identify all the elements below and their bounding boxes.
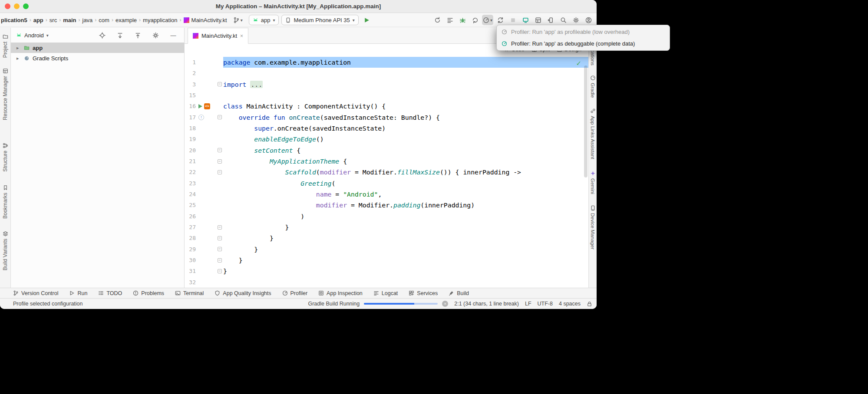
code-line[interactable]: 16<>class MainActivity : ComponentActivi…: [185, 101, 588, 112]
vcs-widget-icon[interactable]: ▾: [230, 15, 246, 25]
code-text[interactable]: }: [223, 266, 588, 276]
breadcrumb-item[interactable]: java: [83, 17, 93, 23]
code-text[interactable]: setContent {: [223, 145, 588, 156]
code-text[interactable]: Scaffold(modifier = Modifier.fillMaxSize…: [223, 167, 588, 177]
fold-icon[interactable]: −: [218, 269, 222, 273]
encoding-indicator[interactable]: UTF-8: [538, 301, 553, 307]
code-text[interactable]: }: [223, 244, 588, 255]
search-everywhere-icon[interactable]: [558, 15, 569, 25]
project-view-select[interactable]: Android: [24, 32, 44, 39]
fold-icon[interactable]: −: [218, 236, 222, 240]
avatar-icon[interactable]: [583, 15, 594, 25]
code-line[interactable]: 26 ): [185, 211, 588, 222]
tool-button-gemini[interactable]: Gemini: [590, 171, 596, 194]
code-text[interactable]: [223, 277, 588, 288]
code-text[interactable]: class MainActivity : ComponentActivity()…: [223, 101, 588, 112]
code-text[interactable]: enableEdgeToEdge(): [223, 134, 588, 144]
breadcrumb-item-file[interactable]: MainActivity.kt: [191, 17, 227, 23]
run-button[interactable]: [361, 15, 373, 25]
compose-gutter-icon[interactable]: <>: [204, 103, 210, 109]
tool-button-problems[interactable]: Problems: [133, 290, 164, 296]
tab-mainactivity[interactable]: MainActivity.kt ×: [188, 28, 248, 44]
expand-arrow-icon[interactable]: ▸: [17, 56, 21, 61]
code-text[interactable]: [223, 90, 588, 101]
menu-item-debuggable[interactable]: Profiler: Run 'app' as debuggable (compl…: [497, 38, 670, 49]
override-gutter-icon[interactable]: ↑: [198, 115, 204, 120]
close-window-button[interactable]: [5, 3, 10, 9]
settings-gear-icon[interactable]: [570, 15, 581, 25]
tool-button-project[interactable]: Project: [2, 34, 8, 58]
editor-scrollbar[interactable]: [584, 66, 587, 177]
fold-icon[interactable]: −: [218, 159, 222, 164]
device-select[interactable]: Medium Phone API 35 ▾: [281, 15, 358, 25]
code-line[interactable]: 29− }: [185, 244, 588, 255]
code-line[interactable]: 28− }: [185, 233, 588, 243]
editor-body[interactable]: ✓ 1package com.example.myapplication23−i…: [185, 44, 588, 288]
layout-inspector-icon[interactable]: [532, 15, 544, 25]
code-text[interactable]: override fun onCreate(savedInstanceState…: [223, 112, 588, 123]
breadcrumb-item[interactable]: myapplication: [143, 17, 178, 23]
code-line[interactable]: 19 enableEdgeToEdge(): [185, 134, 588, 144]
code-line[interactable]: 18 super.onCreate(savedInstanceState): [185, 123, 588, 134]
hide-panel-icon[interactable]: —: [168, 30, 179, 40]
code-text[interactable]: Greeting(: [223, 178, 588, 189]
code-line[interactable]: 32: [185, 277, 588, 288]
tool-button-resource-manager[interactable]: Resource Manager: [2, 68, 8, 120]
fold-icon[interactable]: −: [218, 82, 222, 86]
attach-debugger-icon[interactable]: [469, 15, 481, 25]
apply-code-changes-icon[interactable]: [444, 15, 455, 25]
debug-icon[interactable]: [457, 15, 468, 25]
code-text[interactable]: [223, 68, 588, 79]
code-line[interactable]: 23 Greeting(: [185, 178, 588, 189]
breadcrumb-item[interactable]: main: [63, 17, 76, 23]
device-streaming-icon[interactable]: [520, 15, 531, 25]
breadcrumb-item[interactable]: plication5: [1, 17, 27, 23]
code-line[interactable]: 20− setContent {: [185, 145, 588, 156]
code-line[interactable]: 3−import ...: [185, 79, 588, 90]
minimize-window-button[interactable]: [14, 3, 20, 9]
breadcrumb-item[interactable]: example: [116, 17, 137, 23]
code-line[interactable]: 15: [185, 90, 588, 101]
tool-button-profiler[interactable]: Profiler: [282, 290, 308, 296]
tool-button-app-links-assistant[interactable]: App Links Assistant: [590, 108, 596, 159]
fold-icon[interactable]: −: [218, 115, 222, 119]
fold-icon[interactable]: −: [218, 258, 222, 263]
code-text[interactable]: MyApplicationTheme {: [223, 156, 588, 167]
profiler-icon[interactable]: ▾: [482, 15, 493, 25]
apply-changes-icon[interactable]: [432, 15, 443, 25]
cancel-build-icon[interactable]: ×: [442, 301, 448, 307]
tool-button-structure[interactable]: Structure: [2, 143, 8, 172]
tool-button-version-control[interactable]: Version Control: [13, 290, 58, 296]
run-gutter-icon[interactable]: [198, 104, 202, 108]
code-text[interactable]: }: [223, 255, 588, 266]
line-separator-indicator[interactable]: LF: [525, 301, 531, 307]
caret-position[interactable]: 2:1 (34 chars, 1 line break): [454, 301, 519, 307]
code-line[interactable]: 24 name = "Android",: [185, 189, 588, 200]
code-text[interactable]: package com.example.myapplication: [223, 57, 588, 68]
code-text[interactable]: ): [223, 211, 588, 222]
code-text[interactable]: modifier = Modifier.padding(innerPadding…: [223, 200, 588, 210]
code-text[interactable]: import ...: [223, 79, 588, 90]
code-line[interactable]: 2: [185, 68, 588, 79]
breadcrumb-item[interactable]: app: [33, 17, 43, 23]
tool-button-app-quality-insights[interactable]: App Quality Insights: [215, 290, 271, 296]
expand-arrow-icon[interactable]: ▸: [17, 45, 21, 51]
code-text[interactable]: }: [223, 222, 588, 233]
tool-button-terminal[interactable]: Terminal: [175, 290, 204, 296]
tree-item-gradle-scripts[interactable]: ▸ Gradle Scripts: [11, 53, 184, 63]
locate-file-icon[interactable]: [96, 30, 108, 40]
fold-icon[interactable]: −: [218, 225, 222, 230]
sync-project-icon[interactable]: [495, 15, 506, 25]
code-text[interactable]: super.onCreate(savedInstanceState): [223, 123, 588, 134]
close-tab-icon[interactable]: ×: [240, 33, 243, 39]
expand-all-icon[interactable]: [132, 30, 143, 40]
fold-icon[interactable]: −: [218, 148, 222, 152]
code-line[interactable]: 31−}: [185, 266, 588, 276]
code-line[interactable]: 21− MyApplicationTheme {: [185, 156, 588, 167]
device-mirror-icon[interactable]: [545, 15, 556, 25]
tool-button-run[interactable]: Run: [69, 290, 87, 296]
tool-button-device-manager[interactable]: Device Manager: [590, 205, 596, 250]
menu-item-profileable[interactable]: Profiler: Run 'app' as profileable (low …: [497, 26, 670, 38]
code-text[interactable]: name = "Android",: [223, 189, 588, 200]
tool-button-build-variants[interactable]: Build Variants: [2, 231, 8, 270]
